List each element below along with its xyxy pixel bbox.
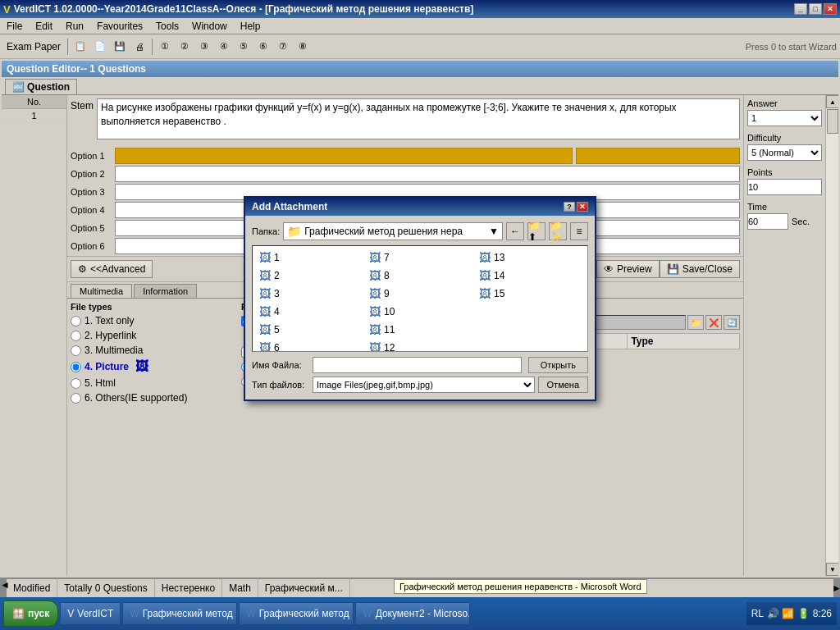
separator — [67, 39, 68, 55]
sec-label: Sec. — [792, 217, 810, 226]
nav-view-button[interactable]: ≡ — [570, 222, 588, 240]
difficulty-select[interactable]: 5 (Normal) — [747, 144, 822, 161]
file-item-6[interactable]: 🖼6 — [256, 340, 364, 352]
filetype-label: Тип файлов: — [252, 380, 309, 390]
advanced-button[interactable]: ⚙ <<Advanced — [71, 260, 153, 278]
option-input-1[interactable] — [115, 148, 573, 164]
no-header: No. — [2, 95, 66, 109]
scroll-up-arrow[interactable]: ▲ — [826, 95, 838, 108]
tab-multimedia[interactable]: Multimedia — [71, 284, 132, 298]
toolbar-btn-3[interactable]: 💾 — [111, 38, 129, 56]
file-item-3[interactable]: 🖼3 — [256, 285, 364, 302]
menu-run[interactable]: Run — [61, 19, 89, 34]
menu-favourites[interactable]: Favourites — [92, 19, 148, 34]
toolbar-btn-7[interactable]: ③ — [195, 38, 213, 56]
taskbar-word-2[interactable]: W Графический метод ... — [239, 602, 354, 625]
dialog-help-button[interactable]: ? — [564, 202, 575, 212]
save-close-button[interactable]: 💾 Save/Close — [660, 260, 740, 278]
option-input-2[interactable] — [115, 166, 740, 182]
toolbar-btn-9[interactable]: ⑤ — [235, 38, 253, 56]
file-item-2[interactable]: 🖼2 — [256, 267, 364, 284]
time-label: Time — [747, 202, 822, 212]
difficulty-field: Difficulty 5 (Normal) — [747, 133, 822, 161]
file-item-4[interactable]: 🖼4 — [256, 304, 364, 320]
taskbar-verdikt[interactable]: V VerdICT — [60, 602, 121, 625]
left-panel: No. 1 — [2, 95, 67, 576]
toolbar-btn-12[interactable]: ⑧ — [294, 38, 312, 56]
radio-others-input[interactable] — [71, 393, 81, 404]
file-item-empty-2 — [476, 322, 584, 338]
menu-edit[interactable]: Edit — [30, 19, 57, 34]
points-input[interactable]: 10 — [747, 179, 822, 195]
filename-input[interactable] — [313, 357, 522, 373]
option-color-1 — [576, 148, 740, 164]
nav-back-button[interactable]: ← — [506, 222, 524, 240]
answer-select[interactable]: 1 — [747, 110, 822, 126]
file-item-11[interactable]: 🖼11 — [366, 322, 474, 338]
close-button[interactable]: ✕ — [824, 3, 837, 15]
radio-hyperlink-input[interactable] — [71, 331, 81, 341]
stem-text[interactable]: На рисунке изображены графики функций y=… — [97, 98, 740, 139]
menu-window[interactable]: Window — [187, 19, 232, 34]
scroll-down-arrow[interactable]: ▼ — [826, 563, 838, 576]
file-item-7[interactable]: 🖼7 — [366, 249, 474, 266]
menu-tools[interactable]: Tools — [151, 19, 184, 34]
toolbar-btn-5[interactable]: ① — [156, 38, 174, 56]
file-item-5[interactable]: 🖼5 — [256, 322, 364, 338]
time-input[interactable] — [747, 213, 788, 230]
cancel-button[interactable]: Отмена — [538, 377, 588, 393]
file-types-header: File types — [71, 302, 235, 312]
nav-create-folder-button[interactable]: 📁✨ — [549, 222, 567, 240]
status-graphic: Графический м... — [258, 579, 350, 597]
radio-html-input[interactable] — [71, 378, 81, 389]
option-label-3: Option 3 — [71, 187, 112, 197]
dialog-close-button[interactable]: ✕ — [577, 202, 588, 212]
toolbar-btn-2[interactable]: 📄 — [91, 38, 109, 56]
minimize-button[interactable]: _ — [794, 3, 807, 15]
status-total-questions: Totally 0 Questions — [57, 579, 154, 597]
file-item-13[interactable]: 🖼13 — [476, 249, 584, 266]
maximize-button[interactable]: □ — [809, 3, 822, 15]
radio-picture-input[interactable] — [71, 362, 81, 372]
status-right-arrow[interactable]: ► — [833, 579, 840, 597]
title-bar: V VerdICT 1.02.0000--Year2014Grade11Clas… — [0, 0, 840, 18]
taskbar-word-3[interactable]: W Документ2 - Microso... — [355, 602, 470, 625]
toolbar-btn-4[interactable]: 🖨 — [130, 38, 148, 56]
menu-help[interactable]: Help — [235, 19, 266, 34]
file-item-1[interactable]: 🖼1 — [256, 249, 364, 266]
tooltip: Графический метод решения неравенств - M… — [394, 579, 647, 594]
attach-delete-button[interactable]: ❌ — [705, 315, 722, 330]
preview-button[interactable]: 👁 Preview — [596, 260, 660, 278]
vertical-scrollbar[interactable]: ▲ ▼ — [825, 95, 838, 576]
file-item-14[interactable]: 🖼14 — [476, 267, 584, 284]
tab-information[interactable]: Information — [134, 284, 197, 298]
toolbar-btn-11[interactable]: ⑦ — [274, 38, 292, 56]
taskbar-word-1[interactable]: W Графический метод ... — [122, 602, 237, 625]
tab-question[interactable]: 🔤 Question — [5, 79, 77, 94]
file-item-8[interactable]: 🖼8 — [366, 267, 474, 284]
points-field: Points 10 — [747, 167, 822, 195]
scroll-thumb[interactable] — [827, 109, 838, 134]
taskbar-word-3-icon: W — [363, 608, 372, 619]
file-item-10[interactable]: 🖼10 — [366, 304, 474, 320]
filetype-select[interactable]: Image Files(jpeg,gif,bmp,jpg) — [313, 377, 535, 393]
start-button[interactable]: 🪟 пуск — [3, 600, 58, 627]
toolbar-btn-8[interactable]: ④ — [215, 38, 233, 56]
open-button[interactable]: Открыть — [528, 357, 588, 373]
toolbar-btn-6[interactable]: ② — [176, 38, 194, 56]
file-item-9[interactable]: 🖼9 — [366, 285, 474, 302]
file-item-15[interactable]: 🖼15 — [476, 285, 584, 302]
menu-file[interactable]: File — [2, 19, 27, 34]
nav-up-button[interactable]: 📁⬆ — [527, 222, 546, 240]
status-left-arrow[interactable]: ◄ — [0, 579, 7, 597]
toolbar-btn-1[interactable]: 📋 — [71, 38, 89, 56]
path-selector[interactable]: 📁 Графический метод решения нера ▼ — [283, 222, 503, 240]
attach-browse-button[interactable]: 📁 — [687, 315, 704, 330]
option-label-4: Option 4 — [71, 205, 112, 215]
radio-text-only-input[interactable] — [71, 316, 81, 326]
toolbar-btn-10[interactable]: ⑥ — [254, 38, 272, 56]
file-item-12[interactable]: 🖼12 — [366, 340, 474, 352]
file-icon-3: 🖼 — [259, 287, 271, 300]
radio-multimedia-input[interactable] — [71, 345, 81, 356]
attach-refresh-button[interactable]: 🔄 — [724, 315, 740, 330]
